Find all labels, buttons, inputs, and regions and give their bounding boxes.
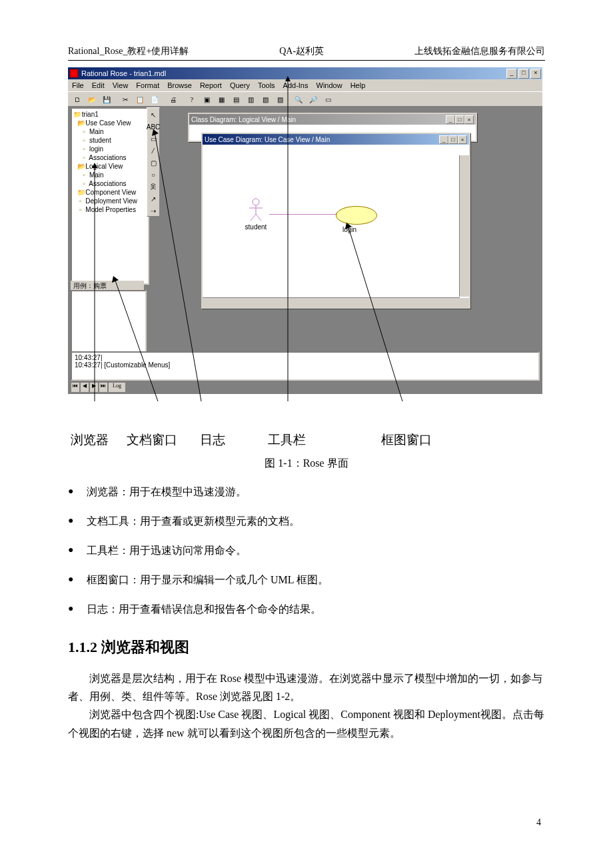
menu-browse[interactable]: Browse — [167, 81, 192, 89]
palette-pointer-icon[interactable]: ↖ — [148, 109, 159, 120]
menu-view[interactable]: View — [113, 81, 129, 89]
association-line[interactable] — [269, 214, 336, 215]
log-nav-next-icon[interactable]: ▶ — [89, 382, 99, 393]
menu-format[interactable]: Format — [136, 81, 159, 89]
ann-docwin: 文档窗口 — [127, 431, 177, 449]
tree-item[interactable]: ▫ login — [73, 145, 147, 153]
tool-diagram-icon[interactable]: ▣ — [200, 93, 213, 106]
tool-help-icon[interactable]: ? — [185, 93, 199, 106]
tool-fit-icon[interactable]: ▭ — [321, 93, 334, 106]
palette-usecase-icon[interactable]: ○ — [148, 169, 159, 180]
figure-caption: 图 1-1：Rose 界面 — [68, 457, 545, 471]
tree-item[interactable]: ▫ Model Properties — [73, 205, 147, 214]
svg-line-5 — [256, 214, 261, 221]
menu-edit[interactable]: Edit — [92, 81, 105, 89]
tool-open-icon[interactable]: 📂 — [85, 93, 99, 106]
tree-item[interactable]: ▫ Main — [73, 127, 147, 136]
tree-item[interactable]: 📂 Use Case View — [73, 119, 147, 127]
palette-depend-icon[interactable]: ⇢ — [148, 205, 159, 216]
actor-label: student — [243, 223, 269, 231]
tree-item[interactable]: 📁 trian1 — [73, 110, 147, 119]
tool-icon[interactable]: ▥ — [244, 93, 257, 106]
bullet-item: 框图窗口：用于显示和编辑一个或几个 UML 框图。 — [68, 572, 545, 588]
tool-icon[interactable]: ▨ — [273, 93, 287, 106]
palette-actor-icon[interactable]: 옷 — [148, 181, 159, 192]
sub-max-icon[interactable]: □ — [448, 135, 458, 144]
menu-tools[interactable]: Tools — [258, 81, 275, 89]
tree-item[interactable]: ▫ Associations — [73, 179, 147, 188]
menu-help[interactable]: Help — [350, 81, 366, 89]
usecase-label: login — [342, 226, 356, 233]
tool-print-icon[interactable]: 🖨 — [167, 93, 180, 106]
ann-toolbar: 工具栏 — [268, 431, 306, 449]
client-area: 📁 trian1 📂 Use Case View ▫ Main ▫ studen… — [68, 106, 542, 394]
tool-icon[interactable]: ▤ — [229, 93, 243, 106]
tool-zoom-in-icon[interactable]: 🔍 — [292, 93, 305, 106]
log-window[interactable]: 10:43:27| 10:43:27| [Customizable Menus] — [71, 351, 540, 381]
sub-close-icon[interactable]: × — [458, 135, 467, 144]
minimize-button[interactable]: _ — [506, 69, 517, 79]
log-line: 10:43:27| — [75, 354, 536, 361]
tool-icon[interactable]: ▧ — [259, 93, 272, 106]
bullet-item: 文档工具：用于查看或更新模型元素的文档。 — [68, 513, 545, 529]
palette-note-icon[interactable]: ▭ — [148, 133, 159, 144]
palette-assoc-icon[interactable]: ↗ — [148, 193, 159, 204]
palette-package-icon[interactable]: ▢ — [148, 157, 159, 168]
close-button[interactable]: × — [530, 69, 541, 79]
sub-close-icon[interactable]: × — [464, 115, 474, 124]
usecase-diagram-window[interactable]: Use Case Diagram: Use Case View / Main _… — [201, 133, 470, 309]
tool-new-icon[interactable]: 🗋 — [71, 93, 84, 106]
menu-report[interactable]: Report — [200, 81, 222, 89]
tree-item[interactable]: ▫ Main — [73, 171, 147, 179]
browser-pane[interactable]: 📁 trian1 📂 Use Case View ▫ Main ▫ studen… — [71, 107, 149, 285]
ann-diagram: 框图窗口 — [381, 431, 432, 449]
doc-window-caption: 用例：购票 — [71, 281, 144, 290]
tree-item[interactable]: ▫ Deployment View — [73, 197, 147, 205]
app-title: Rational Rose - trian1.mdl — [81, 69, 166, 77]
menu-window[interactable]: Window — [316, 81, 342, 89]
log-line: 10:43:27| [Customizable Menus] — [75, 361, 536, 369]
sub-min-icon[interactable]: _ — [446, 115, 455, 124]
tree-item[interactable]: ▫ student — [73, 136, 147, 145]
ann-log: 日志 — [200, 431, 225, 449]
palette-text-icon[interactable]: ABC — [148, 121, 159, 132]
menu-addins[interactable]: Add-Ins — [283, 81, 308, 89]
menu-query[interactable]: Query — [230, 81, 250, 89]
bullet-list: 浏览器：用于在模型中迅速漫游。 文档工具：用于查看或更新模型元素的文档。 工具栏… — [68, 484, 545, 617]
log-nav-prev-icon[interactable]: ◀ — [80, 382, 89, 393]
rose-screenshot: Rational Rose - trian1.mdl _ □ × File Ed… — [68, 67, 542, 394]
tree-item[interactable]: 📂 Logical View — [73, 162, 147, 171]
menubar: File Edit View Format Browse Report Quer… — [68, 79, 542, 91]
log-nav-last-icon[interactable]: ⏭ — [99, 382, 108, 393]
log-nav-first-icon[interactable]: ⏮ — [71, 382, 80, 393]
tool-paste-icon[interactable]: 📄 — [148, 93, 161, 106]
header-left: Rational_Rose_教程+使用详解 — [68, 45, 189, 57]
doc-window[interactable] — [71, 290, 147, 353]
menu-file[interactable]: File — [72, 81, 84, 89]
diagram-canvas[interactable]: student login — [203, 145, 469, 307]
mdi-area: Class Diagram: Logical View / Main _ □ ×… — [188, 113, 494, 313]
header-right: 上线钱拓金融信息服务有限公司 — [414, 45, 545, 57]
ann-browser: 浏览器 — [71, 431, 109, 449]
sub-min-icon[interactable]: _ — [439, 135, 448, 144]
tool-cut-icon[interactable]: ✂ — [119, 93, 132, 106]
tool-copy-icon[interactable]: 📋 — [133, 93, 147, 106]
tool-zoom-out-icon[interactable]: 🔎 — [306, 93, 320, 106]
tree-item[interactable]: ▫ Associations — [73, 153, 147, 162]
palette-anchor-icon[interactable]: ∕ — [148, 145, 159, 156]
scrollbar-v[interactable] — [459, 155, 469, 297]
log-tab-row: ⏮ ◀ ▶ ⏭ Log — [71, 382, 126, 391]
tool-save-icon[interactable]: 💾 — [100, 93, 113, 106]
paragraph: 浏览器中包含四个视图:Use Case 视图、Logical 视图、Compon… — [68, 705, 545, 741]
usecase-shape[interactable] — [336, 206, 377, 225]
bullet-item: 工具栏：用于迅速访问常用命令。 — [68, 543, 545, 559]
actor-shape[interactable]: student — [243, 198, 269, 231]
log-tab[interactable]: Log — [108, 382, 126, 393]
bullet-item: 日志：用于查看错误信息和报告各个命令的结果。 — [68, 601, 545, 617]
sub-max-icon[interactable]: □ — [455, 115, 464, 124]
tool-icon[interactable]: ▦ — [215, 93, 228, 106]
tree-item[interactable]: 📁 Component View — [73, 188, 147, 197]
scrollbar-h[interactable] — [203, 297, 460, 307]
header-center: QA-赵利英 — [279, 45, 324, 57]
maximize-button[interactable]: □ — [518, 69, 529, 79]
